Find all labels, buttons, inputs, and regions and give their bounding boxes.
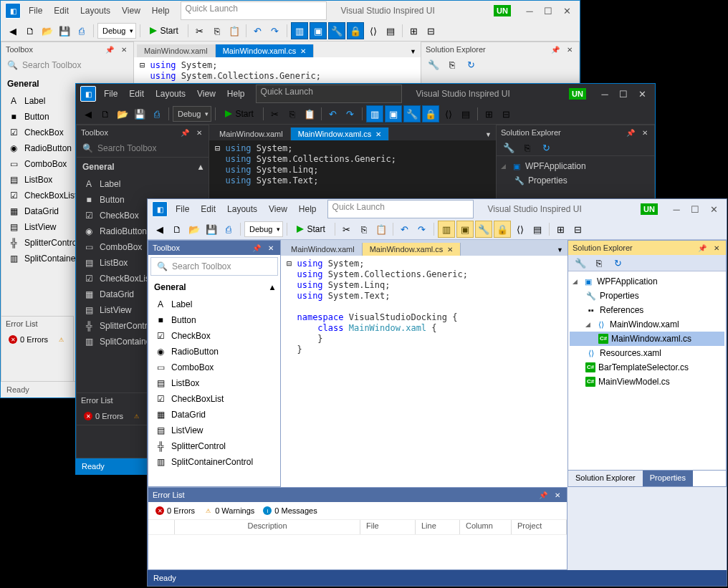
layout-btn-6[interactable]: ▤	[530, 221, 545, 237]
layout-btn-6[interactable]: ▤	[383, 23, 398, 39]
tab-cs[interactable]: MainWindow.xaml.cs✕	[216, 44, 315, 57]
close-button[interactable]: ✕	[558, 4, 575, 18]
toolbox-item-splitcontainercontrol[interactable]: ▥SplitContainerControl	[148, 454, 280, 470]
tab-overflow-icon[interactable]: ▼	[481, 129, 496, 140]
layout-btn-1[interactable]: ▥	[438, 221, 455, 238]
start-button[interactable]: Start	[144, 23, 183, 39]
refresh-icon[interactable]: ↻	[463, 57, 479, 72]
pin-icon[interactable]: 📌	[696, 244, 709, 252]
pin-icon[interactable]: 📌	[250, 244, 263, 252]
tab-close-icon[interactable]: ✕	[375, 130, 381, 138]
col-description[interactable]: Description	[175, 520, 360, 534]
copy-icon[interactable]: ⎘	[284, 106, 300, 122]
menu-help[interactable]: Help	[222, 86, 250, 102]
tree-mainvm[interactable]: C#MainViewModel.cs	[570, 375, 724, 389]
minimize-button[interactable]: ─	[668, 202, 685, 216]
tree-properties[interactable]: 🔧Properties	[570, 289, 724, 303]
menu-file[interactable]: File	[24, 3, 47, 19]
start-button[interactable]: Start	[219, 106, 259, 122]
config-dropdown[interactable]: Debug	[97, 23, 136, 39]
redo-icon[interactable]: ↷	[267, 23, 283, 39]
open-folder-icon[interactable]: 📂	[186, 221, 202, 237]
pin-icon[interactable]: 📌	[624, 129, 637, 137]
layout-btn-2[interactable]: ▣	[385, 105, 402, 122]
new-file-icon[interactable]: 🗋	[22, 23, 38, 39]
window-icon-1[interactable]: ⊞	[406, 23, 422, 39]
col-file[interactable]: File	[360, 520, 416, 534]
back-icon[interactable]: ◀	[80, 106, 96, 122]
tree-resources[interactable]: ⟨⟩Resources.xaml	[570, 346, 724, 360]
layout-btn-4[interactable]: 🔒	[422, 105, 439, 122]
layout-btn-5[interactable]: ⟨⟩	[365, 23, 381, 39]
back-icon[interactable]: ◀	[152, 221, 168, 237]
undo-icon[interactable]: ↶	[250, 23, 266, 39]
layout-btn-4[interactable]: 🔒	[494, 221, 511, 238]
tree-references[interactable]: ▪▪References	[570, 303, 724, 317]
undo-icon[interactable]: ↶	[397, 221, 413, 237]
toolbox-search[interactable]: 🔍Search Toolbox	[150, 257, 278, 276]
window-icon-1[interactable]: ⊞	[482, 106, 497, 122]
toolbox-item-splittercontrol[interactable]: ╬SplitterControl	[148, 438, 280, 454]
window-icon-2[interactable]: ⊟	[499, 106, 514, 122]
toolbox-item-combobox[interactable]: ▭ComboBox	[148, 360, 280, 375]
start-button[interactable]: Start	[291, 221, 330, 237]
pin-icon[interactable]: 📌	[103, 46, 116, 54]
tab-overflow-icon[interactable]: ▼	[406, 46, 421, 57]
close-icon[interactable]: ✕	[266, 244, 276, 252]
quick-launch-input[interactable]: Quick Launch	[327, 200, 474, 218]
warnings-filter[interactable]: ⚠0 Warnings	[203, 506, 254, 515]
layout-btn-5[interactable]: ⟨⟩	[512, 221, 528, 237]
layout-btn-4[interactable]: 🔒	[347, 22, 364, 39]
chevron-up-icon[interactable]: ▴	[270, 282, 274, 292]
toolbox-search[interactable]: 🔍Search Toolbox	[77, 140, 209, 158]
wrench-icon[interactable]: 🔧	[573, 255, 588, 271]
paste-icon[interactable]: 📋	[373, 221, 389, 237]
toolbox-item-label[interactable]: ALabel	[148, 297, 280, 312]
chevron-up-icon[interactable]: ▴	[198, 162, 203, 172]
menu-view[interactable]: View	[192, 86, 221, 102]
save-icon[interactable]: 💾	[203, 221, 219, 237]
toolbox-item-button[interactable]: ■Button	[148, 312, 280, 328]
maximize-button[interactable]: ☐	[686, 202, 704, 216]
refresh-icon[interactable]: ↻	[538, 140, 554, 155]
quick-launch-input[interactable]: Quick Launch	[181, 1, 327, 20]
col-line[interactable]: Line	[416, 520, 460, 534]
menu-edit[interactable]: Edit	[49, 3, 74, 19]
tab-cs[interactable]: MainWindow.xaml.cs✕	[291, 127, 390, 140]
tab-close-icon[interactable]: ✕	[300, 47, 306, 55]
save-all-icon[interactable]: ⎙	[74, 23, 90, 39]
undo-icon[interactable]: ↶	[325, 106, 341, 122]
save-all-icon[interactable]: ⎙	[149, 106, 165, 122]
window-icon-2[interactable]: ⊟	[423, 23, 439, 39]
tab-cs[interactable]: MainWindow.xaml.cs✕	[363, 243, 461, 256]
close-icon[interactable]: ✕	[552, 491, 562, 499]
close-button[interactable]: ✕	[633, 87, 651, 101]
open-folder-icon[interactable]: 📂	[115, 106, 130, 122]
toolbox-search[interactable]: 🔍Search Toolbox	[1, 57, 133, 74]
menu-layouts[interactable]: Layouts	[222, 201, 262, 217]
close-icon[interactable]: ✕	[640, 129, 650, 137]
tab-xaml[interactable]: MainWindow.xaml	[284, 243, 363, 256]
new-file-icon[interactable]: 🗋	[97, 106, 113, 122]
tab-overflow-icon[interactable]: ▼	[552, 244, 567, 256]
quick-launch-input[interactable]: Quick Launch	[256, 85, 402, 103]
refresh-icon[interactable]: ↻	[610, 255, 626, 271]
menu-layouts[interactable]: Layouts	[150, 86, 191, 102]
toolbox-item-label[interactable]: ALabel	[77, 176, 209, 192]
menu-edit[interactable]: Edit	[196, 201, 221, 217]
paste-icon[interactable]: 📋	[226, 23, 242, 39]
messages-filter[interactable]: i0 Messages	[263, 506, 317, 515]
tree-project[interactable]: ◢▣WPFApplication	[570, 274, 724, 289]
copy-icon[interactable]: ⎘	[519, 140, 535, 155]
tree-properties[interactable]: 🔧Properties	[498, 173, 653, 188]
menu-view[interactable]: View	[264, 201, 292, 217]
col-column[interactable]: Column	[460, 520, 512, 534]
toolbox-item-listview[interactable]: ▤ListView	[148, 423, 280, 438]
toolbox-item-checkbox[interactable]: ☑CheckBox	[148, 328, 280, 344]
tree-project[interactable]: ◢▣WPFApplication	[498, 159, 653, 173]
copy-icon[interactable]: ⎘	[209, 23, 225, 39]
tree-maincs[interactable]: C#MainWindow.xaml.cs	[570, 332, 724, 346]
cut-icon[interactable]: ✂	[192, 23, 208, 39]
redo-icon[interactable]: ↷	[343, 106, 358, 122]
menu-layouts[interactable]: Layouts	[75, 3, 115, 19]
